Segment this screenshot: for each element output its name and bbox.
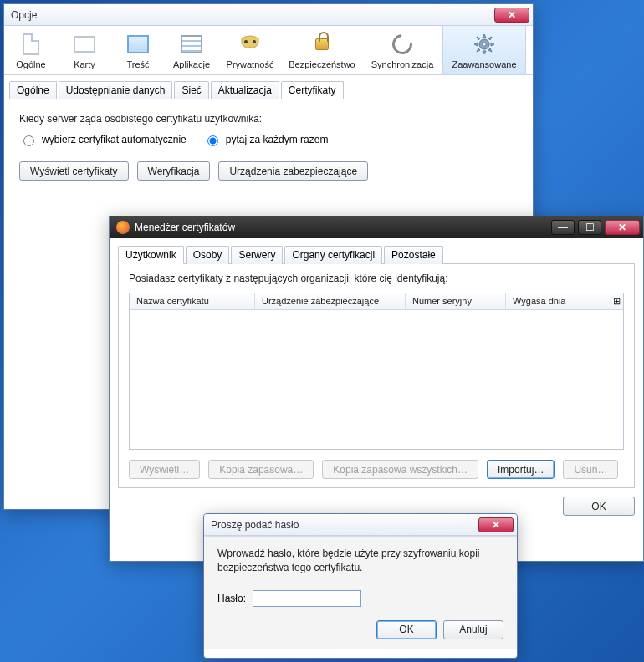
- content-icon: [113, 31, 163, 58]
- cert-table[interactable]: Nazwa certyfikatu Urządzenie zabezpiecza…: [129, 293, 624, 450]
- subtab-aktualizacja[interactable]: Aktualizacja: [211, 81, 279, 99]
- pwdlg-title: Proszę podać hasło: [211, 519, 475, 531]
- toolbar-synchronizacja[interactable]: Synchronizacja: [362, 26, 442, 74]
- apps-icon: [166, 31, 217, 58]
- lock-icon: [284, 31, 360, 58]
- mask-icon: [220, 31, 280, 58]
- pwdlg-body: Wprowadź hasło, które będzie użyte przy …: [204, 536, 517, 649]
- cert-radio-group: wybierz certyfikat automatycznie pytaj z…: [19, 133, 518, 146]
- subtab-certyfikaty[interactable]: Certyfikaty: [281, 81, 344, 99]
- col-expires[interactable]: Wygasa dnia: [506, 293, 606, 309]
- pwdlg-close-button[interactable]: ✕: [478, 517, 514, 532]
- firefox-icon: [116, 221, 130, 234]
- toolbar-karty[interactable]: Karty: [58, 26, 111, 74]
- certmgr-description: Posiadasz certyfikaty z następujących or…: [129, 272, 624, 284]
- cert-manager-window: Menedżer certyfikatów — ☐ ✕ Użytkownik O…: [109, 216, 644, 562]
- radio-auto-label: wybierz certyfikat automatycznie: [42, 134, 187, 145]
- toolbar-bezpieczenstwo[interactable]: Bezpieczeństwo: [282, 26, 362, 74]
- view-certificates-button[interactable]: Wyświetl certyfikaty: [19, 161, 129, 181]
- radio-ask[interactable]: pytaj za każdym razem: [203, 133, 329, 146]
- certmgr-body: Użytkownik Osoby Serwery Organy certyfik…: [110, 238, 643, 526]
- certmgr-ok-row: OK: [118, 488, 635, 516]
- pwdlg-button-row: OK Anuluj: [217, 620, 503, 639]
- cert-view-button: Wyświetl…: [129, 460, 200, 479]
- certmgr-panel: Posiadasz certyfikaty z następujących or…: [118, 264, 635, 488]
- certmgr-title: Menedżer certyfikatów: [135, 222, 548, 233]
- security-devices-button[interactable]: Urządzenia zabezpieczające: [218, 161, 368, 181]
- toolbar-zaawansowane[interactable]: Zaawansowane: [442, 26, 526, 74]
- pwdlg-ok-button[interactable]: OK: [376, 620, 437, 639]
- certificates-panel: Kiedy serwer żąda osobistego certyfikatu…: [4, 99, 533, 194]
- options-titlebar[interactable]: Opcje ✕: [4, 4, 533, 26]
- password-input[interactable]: [253, 590, 361, 607]
- close-icon: ✕: [492, 519, 500, 531]
- toolbar-label: Karty: [59, 59, 110, 69]
- verification-button[interactable]: Weryfikacja: [137, 161, 211, 181]
- close-icon: ✕: [508, 9, 516, 21]
- minimize-icon: —: [558, 222, 568, 233]
- toolbar-label: Synchronizacja: [364, 59, 441, 69]
- cert-delete-button: Usuń…: [563, 460, 618, 479]
- options-toolbar: Ogólne Karty Treść Aplikacje Prywatność: [4, 26, 533, 75]
- pwdlg-text: Wprowadź hasło, które będzie użyte przy …: [217, 547, 503, 575]
- subtab-ogolne[interactable]: Ogólne: [9, 81, 57, 99]
- toolbar-label: Bezpieczeństwo: [284, 59, 360, 69]
- gear-icon: [445, 31, 524, 58]
- svg-point-1: [253, 40, 256, 43]
- toolbar-ogolne[interactable]: Ogólne: [4, 26, 58, 74]
- close-icon: ✕: [618, 222, 626, 233]
- certmgr-ok-button[interactable]: OK: [563, 496, 635, 516]
- radio-auto[interactable]: wybierz certyfikat automatycznie: [19, 133, 187, 146]
- tabs-icon: [59, 31, 110, 58]
- tab-organy[interactable]: Organy certyfikacji: [284, 246, 382, 264]
- radio-ask-input[interactable]: [207, 135, 218, 146]
- toolbar-aplikacje[interactable]: Aplikacje: [165, 26, 218, 74]
- subtab-siec[interactable]: Sieć: [174, 81, 208, 99]
- subtab-udostepnianie[interactable]: Udostępnianie danych: [59, 81, 173, 99]
- tab-osoby[interactable]: Osoby: [186, 246, 230, 264]
- cert-backup-button: Kopia zapasowa…: [208, 460, 314, 479]
- svg-point-3: [483, 43, 486, 46]
- radio-ask-label: pytaj za każdym razem: [226, 134, 329, 145]
- sync-icon: [364, 31, 441, 58]
- tab-serwery[interactable]: Serwery: [231, 246, 283, 264]
- toolbar-prywatnosc[interactable]: Prywatność: [218, 26, 282, 74]
- toolbar-label: Aplikacje: [166, 59, 217, 69]
- pwdlg-cancel-button[interactable]: Anuluj: [443, 620, 503, 639]
- svg-point-0: [244, 40, 248, 43]
- subtabs: Ogólne Udostępnianie danych Sieć Aktuali…: [9, 80, 528, 99]
- certmgr-titlebar[interactable]: Menedżer certyfikatów — ☐ ✕: [110, 216, 643, 238]
- pwdlg-titlebar[interactable]: Proszę podać hasło ✕: [204, 514, 517, 536]
- toolbar-label: Ogólne: [6, 59, 56, 69]
- certmgr-close-button[interactable]: ✕: [605, 220, 640, 235]
- pwdlg-input-row: Hasło:: [217, 590, 503, 607]
- col-device[interactable]: Urządzenie zabezpieczające: [255, 293, 406, 309]
- col-serial[interactable]: Numer seryjny: [406, 293, 506, 309]
- cert-backup-all-button: Kopia zapasowa wszystkich…: [322, 460, 478, 479]
- toolbar-label: Treść: [113, 59, 163, 69]
- password-dialog: Proszę podać hasło ✕ Wprowadź hasło, któ…: [203, 513, 518, 659]
- page-icon: [6, 31, 56, 58]
- radio-auto-input[interactable]: [23, 135, 34, 146]
- toolbar-label: Prywatność: [220, 59, 280, 69]
- tab-uzytkownik[interactable]: Użytkownik: [118, 246, 184, 264]
- certmgr-maximize-button[interactable]: ☐: [578, 220, 601, 235]
- options-close-button[interactable]: ✕: [494, 8, 529, 23]
- cert-prompt-text: Kiedy serwer żąda osobistego certyfikatu…: [19, 113, 518, 125]
- pwdlg-label: Hasło:: [217, 593, 246, 604]
- tab-pozostale[interactable]: Pozostałe: [384, 246, 443, 264]
- cert-buttons-row: Wyświetl certyfikaty Weryfikacja Urządze…: [19, 161, 518, 181]
- options-title: Opcje: [11, 9, 491, 21]
- options-body: Ogólne Karty Treść Aplikacje Prywatność: [4, 26, 533, 194]
- toolbar-label: Zaawansowane: [445, 59, 524, 69]
- certmgr-minimize-button[interactable]: —: [551, 220, 575, 235]
- certmgr-tabs: Użytkownik Osoby Serwery Organy certyfik…: [118, 245, 635, 264]
- maximize-icon: ☐: [585, 222, 595, 233]
- cert-table-header: Nazwa certyfikatu Urządzenie zabezpiecza…: [130, 293, 623, 310]
- column-picker-icon[interactable]: ⊞: [606, 293, 623, 309]
- toolbar-tresc[interactable]: Treść: [111, 26, 165, 74]
- cert-import-button[interactable]: Importuj…: [487, 460, 555, 479]
- col-name[interactable]: Nazwa certyfikatu: [130, 293, 255, 309]
- certmgr-buttons: Wyświetl… Kopia zapasowa… Kopia zapasowa…: [129, 460, 624, 479]
